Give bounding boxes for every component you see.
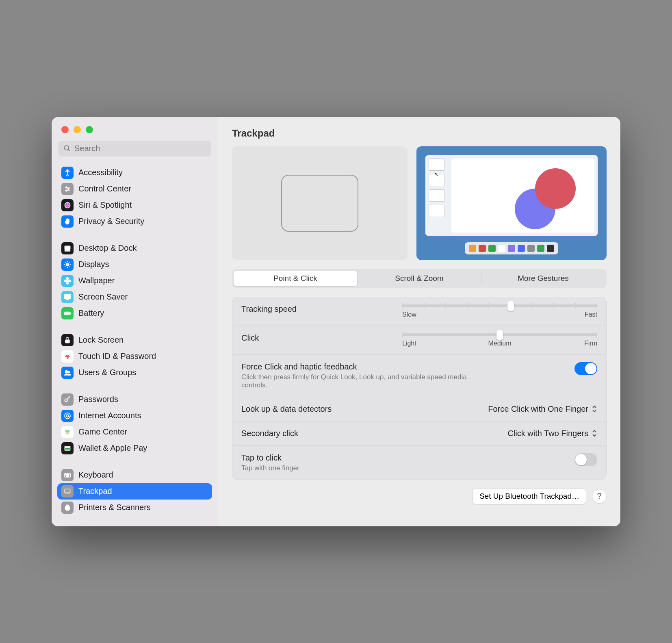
svg-point-21 xyxy=(67,280,69,282)
sidebar-item-keyboard[interactable]: Keyboard xyxy=(57,467,212,483)
sidebar-item-label: Accessibility xyxy=(78,168,123,177)
svg-rect-30 xyxy=(70,313,71,314)
svg-point-7 xyxy=(68,188,69,189)
minimize-window-button[interactable] xyxy=(74,126,81,133)
search-field[interactable] xyxy=(58,141,211,156)
siri-icon xyxy=(61,199,74,211)
palette-swatch xyxy=(527,245,535,252)
force-click-toggle[interactable] xyxy=(574,362,597,375)
key-icon xyxy=(61,393,74,406)
secondary-click-row: Secondary click Click with Two Fingers xyxy=(232,421,606,446)
fingerprint-icon xyxy=(61,350,74,363)
svg-line-19 xyxy=(65,266,66,267)
sidebar-item-users-groups[interactable]: Users & Groups xyxy=(57,365,212,381)
main-content: Trackpad ↖ xyxy=(218,117,620,526)
sidebar-item-desktop-dock[interactable]: Desktop & Dock xyxy=(57,240,212,256)
sidebar-item-label: Desktop & Dock xyxy=(78,243,137,253)
svg-point-34 xyxy=(65,399,67,402)
sidebar-item-displays[interactable]: Displays xyxy=(57,256,212,273)
svg-line-17 xyxy=(65,262,66,263)
palette-swatch xyxy=(547,245,554,252)
window-controls xyxy=(52,123,218,141)
sidebar-item-privacy-security[interactable]: Privacy & Security xyxy=(57,213,212,230)
sidebar-item-internet-accounts[interactable]: Internet Accounts xyxy=(57,408,212,424)
svg-rect-10 xyxy=(65,246,70,250)
sidebar-item-wallpaper[interactable]: Wallpaper xyxy=(57,273,212,289)
svg-point-8 xyxy=(66,190,67,191)
sidebar-item-control-center[interactable]: Control Center xyxy=(57,181,212,197)
slider-thumb[interactable] xyxy=(507,301,514,311)
trackpad-preview xyxy=(232,146,408,260)
secondary-click-value: Click with Two Fingers xyxy=(507,429,588,438)
sidebar-item-trackpad[interactable]: Trackpad xyxy=(57,483,212,500)
sidebar-item-siri-spotlight[interactable]: Siri & Spotlight xyxy=(57,197,212,213)
svg-rect-46 xyxy=(67,474,67,475)
tap-to-click-toggle[interactable] xyxy=(574,453,597,466)
force-click-sub: Click then press firmly for Quick Look, … xyxy=(241,373,493,389)
tab-more-gestures[interactable]: More Gestures xyxy=(481,271,605,286)
svg-rect-50 xyxy=(65,489,70,493)
search-icon xyxy=(63,144,71,152)
lookup-popup[interactable]: Force Click with One Finger xyxy=(488,404,597,414)
sidebar-item-battery[interactable]: Battery xyxy=(57,305,212,322)
printer-icon xyxy=(61,502,74,514)
svg-rect-26 xyxy=(65,294,71,299)
close-window-button[interactable] xyxy=(61,126,69,133)
sidebar-item-label: Printers & Scanners xyxy=(78,503,151,512)
svg-rect-49 xyxy=(66,476,69,476)
svg-rect-43 xyxy=(65,449,70,450)
lock-icon xyxy=(61,334,74,346)
palette-swatch xyxy=(537,245,544,252)
flower-icon xyxy=(61,275,74,287)
screensaver-icon xyxy=(61,291,74,303)
sidebar-item-accessibility[interactable]: Accessibility xyxy=(57,165,212,181)
demo-thumbnail xyxy=(429,189,445,202)
page-title: Trackpad xyxy=(232,128,607,139)
svg-rect-27 xyxy=(67,299,69,300)
search-input[interactable] xyxy=(74,144,206,153)
svg-point-33 xyxy=(68,371,70,373)
preview-row: ↖ xyxy=(232,146,607,260)
secondary-click-popup[interactable]: Click with Two Fingers xyxy=(507,429,597,438)
cursor-icon: ↖ xyxy=(434,171,439,178)
sidebar-item-label: Users & Groups xyxy=(78,368,136,377)
svg-rect-29 xyxy=(65,313,69,314)
slider-thumb[interactable] xyxy=(496,330,503,340)
slider-max-label: Fast xyxy=(585,311,597,318)
sidebar-item-label: Screen Saver xyxy=(78,292,128,302)
palette-swatch xyxy=(488,245,496,252)
sidebar-item-label: Battery xyxy=(78,308,104,318)
sidebar-item-screen-saver[interactable]: Screen Saver xyxy=(57,289,212,305)
force-click-row: Force Click and haptic feedback Click th… xyxy=(232,355,606,397)
svg-point-9 xyxy=(65,202,70,208)
click-label: Click xyxy=(241,333,259,343)
sidebar-item-game-center[interactable]: Game Center xyxy=(57,424,212,440)
sidebar-item-passwords[interactable]: Passwords xyxy=(57,391,212,408)
sidebar-item-label: Keyboard xyxy=(78,470,113,480)
sidebar-item-touch-id-password[interactable]: Touch ID & Password xyxy=(57,348,212,365)
svg-point-22 xyxy=(67,277,69,279)
lookup-row: Look up & data detectors Force Click wit… xyxy=(232,397,606,421)
click-row: Click Light Medium Firm xyxy=(232,326,606,355)
lookup-value: Force Click with One Finger xyxy=(488,404,588,414)
battery-icon xyxy=(61,307,74,319)
sidebar-item-label: Lock Screen xyxy=(78,335,124,345)
demo-thumbnail xyxy=(429,205,445,217)
sidebar-item-wallet-apple-pay[interactable]: Wallet & Apple Pay xyxy=(57,440,212,456)
sidebar-item-lock-screen[interactable]: Lock Screen xyxy=(57,332,212,348)
setup-bluetooth-button[interactable]: Set Up Bluetooth Trackpad… xyxy=(473,488,586,504)
sidebar-item-label: Siri & Spotlight xyxy=(78,200,132,210)
zoom-window-button[interactable] xyxy=(86,126,93,133)
tracking-speed-slider[interactable]: Slow Fast xyxy=(402,304,597,318)
slider-left-label: Light xyxy=(402,340,467,347)
click-slider[interactable]: Light Medium Firm xyxy=(402,333,597,347)
sidebar-item-printers-scanners[interactable]: Printers & Scanners xyxy=(57,500,212,516)
trackpad-outline-icon xyxy=(281,175,358,232)
tab-scroll-zoom[interactable]: Scroll & Zoom xyxy=(358,271,481,286)
tab-point-click[interactable]: Point & Click xyxy=(234,271,357,286)
color-palette xyxy=(465,242,558,254)
help-button[interactable]: ? xyxy=(592,489,607,504)
svg-point-25 xyxy=(69,280,71,282)
svg-point-24 xyxy=(64,280,66,282)
sidebar-item-label: Touch ID & Password xyxy=(78,352,156,361)
